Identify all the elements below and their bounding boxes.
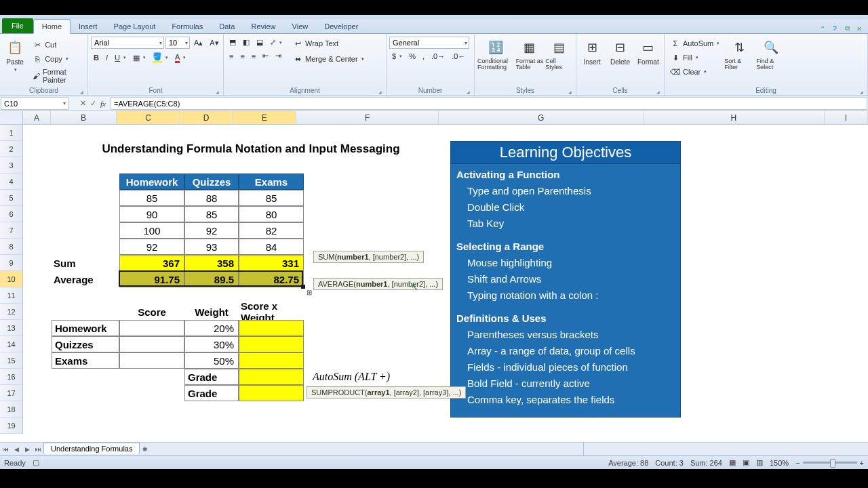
col-header-A[interactable]: A — [23, 111, 51, 124]
col-header-I[interactable]: I — [825, 111, 868, 124]
cell-styles-button[interactable]: ▤Cell Styles — [545, 37, 573, 70]
bold-button[interactable]: B — [91, 52, 102, 63]
row-header-18[interactable]: 18 — [0, 401, 22, 418]
macro-record-icon[interactable]: ▢ — [33, 458, 39, 467]
worksheet[interactable]: ABCDEFGHI 12345678910111213141516171819 … — [0, 111, 868, 442]
row-header-6[interactable]: 6 — [0, 206, 22, 222]
font-color-button[interactable]: A▾ — [172, 52, 189, 64]
tab-file[interactable]: File — [2, 18, 33, 33]
cut-button[interactable]: ✂Cut — [29, 38, 85, 52]
col-header-D[interactable]: D — [180, 111, 233, 124]
cell-E8[interactable]: 84 — [239, 239, 304, 255]
cell-E16[interactable] — [239, 369, 304, 385]
orientation-button[interactable]: ⤢▾ — [267, 37, 285, 48]
fill-button[interactable]: ⬇Fill▾ — [667, 51, 722, 64]
conditional-formatting-button[interactable]: 🔢Conditional Formatting — [477, 37, 514, 70]
window-restore-icon[interactable]: ⧉ — [842, 24, 852, 33]
zoom-level[interactable]: 150% — [770, 459, 789, 467]
row-header-3[interactable]: 3 — [0, 157, 22, 174]
view-pagebreak-icon[interactable]: ▥ — [756, 458, 763, 467]
enter-formula-icon[interactable]: ✓ — [90, 99, 96, 108]
row-header-9[interactable]: 9 — [0, 255, 22, 271]
paste-button[interactable]: 📋 Paste▾ — [3, 37, 27, 73]
clear-button[interactable]: ⌫Clear▾ — [667, 65, 722, 79]
zoom-out-button[interactable]: − — [795, 459, 800, 467]
cell-D14[interactable]: 30% — [184, 336, 239, 352]
italic-button[interactable]: I — [103, 52, 111, 63]
cell-D6[interactable]: 85 — [184, 206, 239, 222]
fx-icon[interactable]: fx — [100, 100, 106, 108]
border-button[interactable]: ▦▾ — [130, 52, 149, 64]
grow-font-button[interactable]: A▴ — [191, 37, 205, 49]
table1-header-2[interactable]: Exams — [239, 174, 304, 190]
tab-pagelayout[interactable]: Page Layout — [106, 20, 164, 33]
row-header-8[interactable]: 8 — [0, 239, 22, 255]
table1-header-1[interactable]: Quizzes — [184, 174, 239, 190]
cell-E15[interactable] — [239, 352, 304, 369]
percent-button[interactable]: % — [406, 51, 418, 62]
table2-header-score[interactable]: Score — [119, 304, 184, 320]
cell-C8[interactable]: 92 — [119, 239, 184, 255]
align-middle-button[interactable]: ◧ — [240, 37, 252, 48]
format-cells-button[interactable]: ▭Format — [635, 37, 661, 66]
cell-C6[interactable]: 90 — [119, 206, 184, 222]
font-name-combo[interactable]: Arial — [91, 37, 164, 49]
average-label[interactable]: Average — [52, 271, 119, 287]
align-bottom-button[interactable]: ⬓ — [254, 37, 266, 48]
increase-indent-button[interactable]: ⇥ — [273, 50, 284, 62]
autosum-button[interactable]: ΣAutoSum▾ — [667, 37, 722, 50]
decrease-decimal-button[interactable]: .0← — [449, 51, 468, 62]
cancel-formula-icon[interactable]: ✕ — [80, 99, 86, 108]
tab-formulas[interactable]: Formulas — [163, 20, 211, 33]
comma-button[interactable]: , — [420, 51, 427, 62]
sum-label[interactable]: Sum — [52, 255, 119, 271]
tab-nav-first[interactable]: ⏮ — [0, 446, 11, 453]
row-header-19[interactable]: 19 — [0, 418, 22, 434]
tab-view[interactable]: View — [284, 20, 317, 33]
col-header-F[interactable]: F — [296, 111, 439, 124]
fill-handle[interactable] — [301, 285, 305, 289]
row-header-11[interactable]: 11 — [0, 287, 22, 304]
autofill-options-icon[interactable]: ⊞ — [307, 289, 312, 296]
delete-cells-button[interactable]: ⊟Delete — [607, 37, 633, 66]
cell-E14[interactable] — [239, 336, 304, 352]
row-header-12[interactable]: 12 — [0, 304, 22, 320]
cell-C5[interactable]: 85 — [119, 190, 184, 206]
cell-C9[interactable]: 367 — [119, 255, 184, 271]
cell-D9[interactable]: 358 — [184, 255, 239, 271]
fill-color-button[interactable]: 🪣▾ — [150, 51, 171, 64]
cell-C13[interactable] — [119, 320, 184, 336]
row-header-1[interactable]: 1 — [0, 125, 22, 141]
merge-center-button[interactable]: ⬌Merge & Center▾ — [290, 52, 367, 66]
row-header-4[interactable]: 4 — [0, 174, 22, 190]
tab-insert[interactable]: Insert — [71, 20, 106, 33]
new-sheet-button[interactable]: ✱ — [140, 446, 151, 453]
increase-decimal-button[interactable]: .0→ — [429, 51, 448, 62]
tab-data[interactable]: Data — [211, 20, 243, 33]
cell-D16[interactable]: Grade — [184, 369, 239, 385]
tab-nav-last[interactable]: ⏭ — [33, 446, 43, 453]
cell-D13[interactable]: 20% — [184, 320, 239, 336]
col-header-H[interactable]: H — [644, 111, 825, 124]
align-top-button[interactable]: ⬒ — [226, 37, 239, 48]
cell-E17[interactable] — [239, 385, 304, 401]
tab-nav-prev[interactable]: ◀ — [11, 446, 22, 453]
cell-E13[interactable] — [239, 320, 304, 336]
row-header-15[interactable]: 15 — [0, 352, 22, 369]
title-cell[interactable]: Understanding Formula Notation and Input… — [52, 141, 450, 157]
row-header-5[interactable]: 5 — [0, 190, 22, 206]
sheet-tab[interactable]: Understanding Formulas — [43, 443, 140, 454]
align-center-button[interactable]: ≡ — [237, 51, 247, 62]
find-select-button[interactable]: 🔍Find & Select — [756, 37, 786, 70]
formula-bar[interactable]: =AVERAGE(C5:C8) — [111, 97, 867, 110]
cell-D7[interactable]: 92 — [184, 222, 239, 239]
cell-E9[interactable]: 331 — [239, 255, 304, 271]
format-as-table-button[interactable]: ▦Format as Table — [516, 37, 544, 70]
view-layout-icon[interactable]: ▣ — [743, 458, 749, 467]
cell-C15[interactable] — [119, 352, 184, 369]
table1-header-0[interactable]: Homework — [119, 174, 184, 190]
cell-B15[interactable]: Exams — [52, 352, 119, 369]
row-header-13[interactable]: 13 — [0, 320, 22, 336]
row-header-17[interactable]: 17 — [0, 385, 22, 401]
copy-button[interactable]: ⎘Copy▾ — [29, 52, 85, 66]
